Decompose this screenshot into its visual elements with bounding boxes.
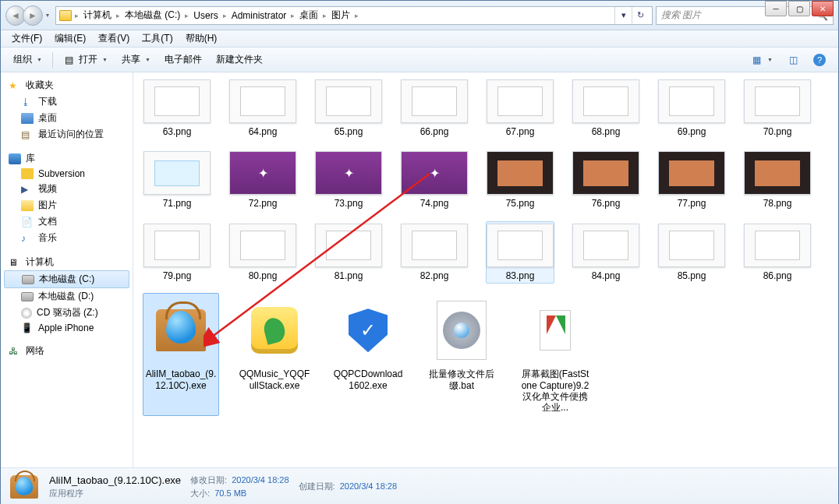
file-item[interactable]: 83.png [486,221,554,284]
file-item[interactable]: 66.png [400,77,469,139]
file-thumbnail [572,224,639,267]
file-item[interactable]: 67.png [486,77,554,139]
minimize-button[interactable]: ─ [765,1,787,16]
menu-edit[interactable]: 编辑(E) [48,30,92,47]
file-item[interactable]: 85.png [657,221,726,284]
menu-view[interactable]: 查看(V) [92,30,136,47]
details-pane: AliIM_taobao_(9.12.10C).exe 应用程序 修改日期:20… [1,467,838,504]
file-item[interactable]: QQMusic_YQQFullStack.exe [236,293,313,416]
sidebar-libraries[interactable]: 库 [1,150,133,167]
crumb-computer[interactable]: 计算机 [82,9,113,22]
close-button[interactable]: ✕ [812,1,834,16]
open-button[interactable]: ▤打开▼ [57,50,114,69]
file-item[interactable]: 批量修改文件后缀.bat [423,293,500,416]
sidebar-item-music[interactable]: ♪音乐 [1,230,133,246]
sidebar-item-pictures[interactable]: 图片 [1,197,133,213]
crumb-desktop[interactable]: 桌面 [298,9,320,22]
menu-help[interactable]: 帮助(H) [179,30,224,47]
file-item[interactable]: 84.png [572,221,640,284]
maximize-button[interactable]: ▢ [788,1,810,16]
file-list[interactable]: 63.png64.png65.png66.png67.png68.png69.p… [133,72,838,467]
file-item[interactable]: 70.png [743,77,812,139]
file-item[interactable]: 屏幕截图(FastStone Capture)9.2汉化单文件便携企业... [517,293,593,416]
file-item[interactable]: 76.png [572,149,640,211]
details-size: 70.5 MB [214,488,246,498]
address-bar[interactable]: ▸ 计算机 ▸ 本地磁盘 (C:) ▸ Users ▸ Administrato… [55,6,653,25]
file-label: 73.png [335,198,363,209]
sidebar-item-iphone[interactable]: 📱Apple iPhone [1,321,133,335]
file-item[interactable]: 77.png [657,149,726,211]
file-item[interactable]: 68.png [572,77,640,139]
details-created: 2020/3/4 18:28 [340,481,397,491]
view-mode-button[interactable]: ▦▼ [744,51,779,69]
sidebar-item-drive-cd[interactable]: CD 驱动器 (Z:) [1,305,133,321]
sidebar-item-documents[interactable]: 📄文档 [1,213,133,230]
crumb-pictures[interactable]: 图片 [330,9,352,22]
email-button[interactable]: 电子邮件 [158,50,208,69]
main-area: ★收藏夹 ⭳下载 桌面 ▤最近访问的位置 库 Subversion ▶视频 图片… [1,72,838,467]
file-thumbnail [401,79,468,123]
file-label: 81.png [335,270,363,281]
crumb-users[interactable]: Users [192,10,219,21]
menu-tools[interactable]: 工具(T) [136,30,179,47]
file-item[interactable]: 65.png [314,77,383,139]
network-icon: 🖧 [9,346,21,357]
file-item[interactable]: 86.png [743,221,812,284]
file-thumbnail [744,151,811,195]
organize-button[interactable]: 组织▼ [7,50,48,69]
sidebar-item-videos[interactable]: ▶视频 [1,181,133,197]
new-folder-button[interactable]: 新建文件夹 [210,50,269,69]
file-item[interactable]: ✦72.png [228,149,297,211]
file-item[interactable]: 82.png [400,221,469,284]
file-label: 80.png [249,270,278,281]
app-icon [427,295,497,365]
file-label: 75.png [506,198,535,209]
refresh-button[interactable]: ↻ [632,7,649,24]
file-item[interactable]: 69.png [657,77,726,139]
forward-button[interactable]: ► [23,5,43,26]
file-item[interactable]: 81.png [314,221,383,284]
sidebar-network[interactable]: 🖧网络 [1,343,133,359]
file-item[interactable]: ✓QQPCDownload1602.exe [330,293,406,416]
file-label: 84.png [592,270,621,281]
sidebar-item-subversion[interactable]: Subversion [1,167,133,181]
preview-icon: ◫ [787,54,799,66]
share-button[interactable]: 共享▼ [115,50,157,69]
file-item[interactable]: 80.png [228,221,297,284]
file-item[interactable]: 71.png [143,149,211,211]
sidebar-item-drive-c[interactable]: 本地磁盘 (C:) [4,270,129,288]
file-item[interactable]: ✦73.png [314,149,383,211]
file-label: 66.png [420,126,449,137]
star-icon: ★ [9,80,21,91]
menu-bar: 文件(F) 编辑(E) 查看(V) 工具(T) 帮助(H) [1,30,838,48]
file-item[interactable]: AliIM_taobao_(9.12.10C).exe [143,293,219,416]
sidebar-item-drive-d[interactable]: 本地磁盘 (D:) [1,288,133,305]
file-item[interactable]: 79.png [143,221,211,284]
nav-history-dropdown[interactable]: ▼ [43,12,52,18]
sidebar-item-downloads[interactable]: ⭳下载 [1,93,133,110]
menu-file[interactable]: 文件(F) [5,30,48,47]
details-modified: 2020/3/4 18:28 [232,475,289,485]
crumb-drive-c[interactable]: 本地磁盘 (C:) [123,9,182,22]
sidebar-item-recent[interactable]: ▤最近访问的位置 [1,126,133,143]
download-icon: ⭳ [21,97,34,107]
crumb-admin[interactable]: Administrator [230,10,289,21]
navigation-bar: ◄ ► ▼ ▸ 计算机 ▸ 本地磁盘 (C:) ▸ Users ▸ Admini… [1,1,838,30]
open-icon: ▤ [63,54,76,66]
file-item[interactable]: 63.png [143,77,211,139]
sidebar-item-desktop[interactable]: 桌面 [1,110,133,126]
sidebar-computer[interactable]: 🖥计算机 [1,254,133,270]
file-item[interactable]: 64.png [228,77,297,139]
computer-icon: 🖥 [9,257,21,268]
sidebar-favorites[interactable]: ★收藏夹 [1,77,133,93]
help-button[interactable]: ? [807,51,832,69]
app-icon [239,295,310,365]
navigation-pane[interactable]: ★收藏夹 ⭳下载 桌面 ▤最近访问的位置 库 Subversion ▶视频 图片… [1,72,133,467]
file-item[interactable]: 75.png [486,149,554,211]
file-label: 76.png [592,198,621,209]
file-label: 67.png [506,126,535,137]
preview-pane-button[interactable]: ◫ [781,51,805,69]
file-item[interactable]: 78.png [743,149,812,211]
address-dropdown[interactable]: ▾ [614,7,632,24]
file-item[interactable]: ✦74.png [400,149,469,211]
